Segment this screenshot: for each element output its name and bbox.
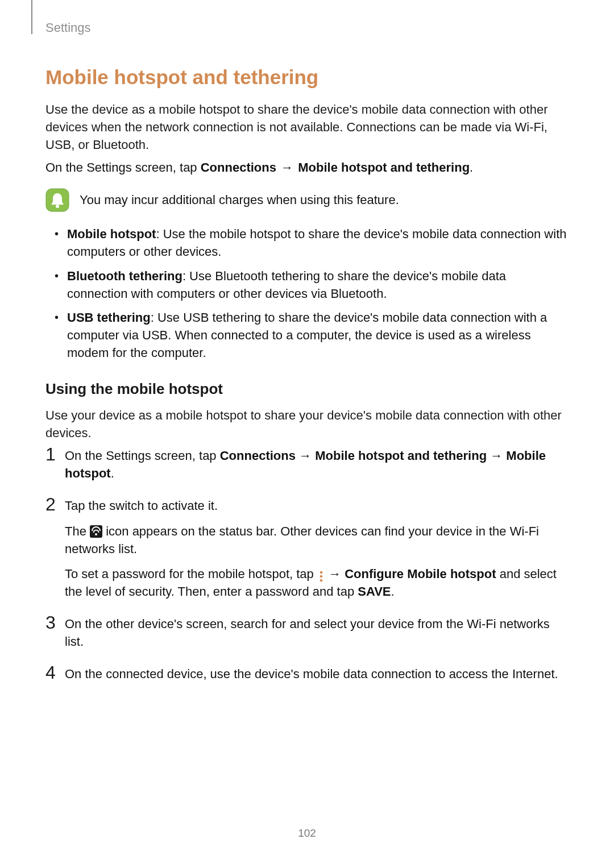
breadcrumb: Settings — [45, 20, 91, 35]
hotspot-status-icon — [90, 525, 102, 538]
navigation-instruction: On the Settings screen, tap Connections … — [45, 159, 569, 177]
intro-paragraph: Use the device as a mobile hotspot to sh… — [45, 101, 569, 153]
sub-intro: Use your device as a mobile hotspot to s… — [45, 407, 569, 442]
step-2: Tap the switch to activate it. The icon … — [45, 497, 569, 601]
page-number: 102 — [0, 827, 614, 840]
svg-point-3 — [95, 533, 97, 535]
step-2-line1: Tap the switch to activate it. — [65, 497, 569, 515]
step1-path-tethering: Mobile hotspot and tethering — [315, 448, 487, 463]
nav-prefix: On the Settings screen, tap — [45, 160, 201, 175]
svg-point-5 — [320, 575, 323, 578]
step2-line2a: The — [65, 524, 90, 538]
nav-path-hotspot: Mobile hotspot and tethering — [298, 160, 470, 175]
svg-point-1 — [56, 205, 59, 208]
page-content: Mobile hotspot and tethering Use the dev… — [45, 20, 569, 683]
list-item: Bluetooth tethering: Use Bluetooth tethe… — [67, 268, 569, 303]
step1-suffix: . — [111, 466, 114, 480]
arrow-icon: → — [280, 159, 294, 177]
step2-line3a: To set a password for the mobile hotspot… — [65, 567, 317, 581]
note-callout: You may incur additional charges when us… — [45, 188, 569, 212]
page-title: Mobile hotspot and tethering — [45, 66, 569, 89]
step2-line3d: . — [391, 584, 395, 599]
list-item: Mobile hotspot: Use the mobile hotspot t… — [67, 226, 569, 261]
step2-configure: Configure Mobile hotspot — [345, 567, 496, 581]
nav-suffix: . — [470, 160, 473, 175]
svg-point-4 — [320, 571, 323, 574]
step2-arrow-text: → — [325, 567, 345, 581]
step-4-text: On the connected device, use the device'… — [65, 666, 569, 683]
step-1: On the Settings screen, tap Connections … — [45, 447, 569, 483]
step-3-text: On the other device's screen, search for… — [65, 616, 569, 651]
arrow-icon: → — [490, 448, 503, 463]
list-item: USB tethering: Use USB tethering to shar… — [67, 309, 569, 362]
steps-list: On the Settings screen, tap Connections … — [45, 447, 569, 683]
note-text: You may incur additional charges when us… — [80, 192, 399, 209]
step-2-line2: The icon appears on the status bar. Othe… — [65, 523, 569, 558]
more-options-icon — [318, 570, 324, 583]
step1-prefix: On the Settings screen, tap — [65, 448, 220, 463]
header-divider — [31, 0, 32, 34]
step-2-line3: To set a password for the mobile hotspot… — [65, 566, 569, 601]
step-4: On the connected device, use the device'… — [45, 666, 569, 683]
nav-path-connections: Connections — [201, 160, 276, 175]
notice-bell-icon — [45, 188, 69, 212]
subheading: Using the mobile hotspot — [45, 380, 569, 398]
svg-point-6 — [320, 579, 323, 582]
step2-save: SAVE — [358, 584, 391, 599]
feature-term: Mobile hotspot — [67, 227, 156, 241]
page: Settings Mobile hotspot and tethering Us… — [0, 0, 614, 868]
step-1-text: On the Settings screen, tap Connections … — [65, 447, 569, 483]
step1-path-connections: Connections — [220, 448, 296, 463]
step-3: On the other device's screen, search for… — [45, 616, 569, 651]
feature-list: Mobile hotspot: Use the mobile hotspot t… — [45, 226, 569, 362]
step2-line2b: icon appears on the status bar. Other de… — [65, 524, 539, 556]
feature-term: USB tethering — [67, 310, 151, 325]
arrow-icon: → — [299, 448, 312, 463]
feature-term: Bluetooth tethering — [67, 269, 182, 283]
